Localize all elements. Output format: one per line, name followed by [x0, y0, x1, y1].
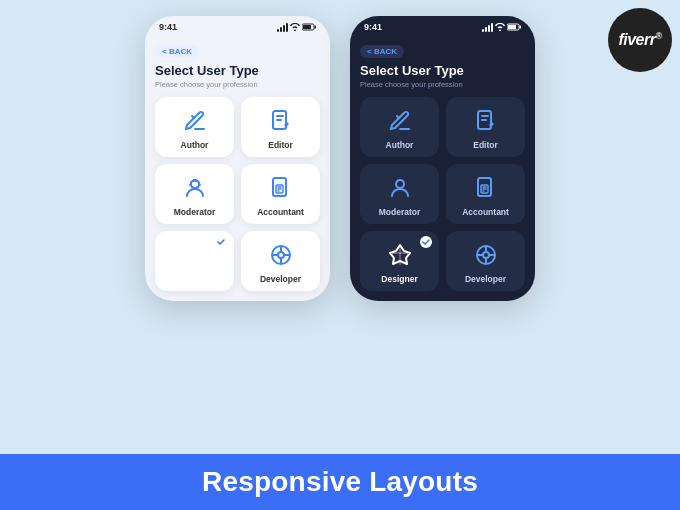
dark-battery-icon: [507, 23, 521, 31]
dark-designer-label: Designer: [381, 274, 417, 284]
svg-point-26: [483, 252, 489, 258]
dark-card-author[interactable]: Author: [360, 97, 439, 157]
light-back-button[interactable]: < BACK: [155, 45, 199, 58]
dark-screen-subtitle: Please choose your profession: [360, 80, 525, 89]
light-time: 9:41: [159, 22, 177, 32]
dark-phone-content: < BACK Select User Type Please choose yo…: [350, 34, 535, 301]
dark-wifi-icon: [495, 23, 505, 31]
fiverr-tm: ®: [655, 31, 661, 41]
dark-card-accountant[interactable]: Accountant: [446, 164, 525, 224]
dark-cards-grid: Author Editor: [360, 97, 525, 291]
dark-screen-title: Select User Type: [360, 63, 525, 79]
wifi-icon: [290, 23, 300, 31]
dark-card-designer[interactable]: Designer: [360, 231, 439, 291]
dark-author-icon: [386, 107, 414, 135]
dark-card-moderator[interactable]: Moderator: [360, 164, 439, 224]
svg-point-20: [396, 180, 404, 188]
dark-card-developer[interactable]: Developer: [446, 231, 525, 291]
dark-accountant-icon: [472, 174, 500, 202]
bottom-banner: Responsive Layouts: [0, 454, 680, 510]
signal-bars-icon: [277, 23, 288, 32]
dark-editor-icon: [472, 107, 500, 135]
phones-row: 9:41 < BACK: [121, 0, 559, 301]
light-phone-content: < BACK Select User Type Please choose yo…: [145, 34, 330, 301]
dark-status-bar: 9:41: [350, 16, 535, 34]
svg-rect-17: [508, 25, 516, 29]
light-screen-title: Select User Type: [155, 63, 320, 79]
light-card-author[interactable]: Author: [155, 97, 234, 157]
designer-icon: [181, 241, 209, 269]
light-card-developer[interactable]: Developer: [241, 231, 320, 291]
fiverr-badge: fiverr®: [608, 8, 672, 72]
light-screen-subtitle: Please choose your profession: [155, 80, 320, 89]
dark-phone: 9:41 < BACK: [350, 16, 535, 301]
dark-back-button[interactable]: < BACK: [360, 45, 404, 58]
light-developer-label: Developer: [260, 274, 301, 284]
light-status-bar: 9:41: [145, 16, 330, 34]
dark-signal-bars-icon: [482, 23, 493, 32]
light-moderator-label: Moderator: [174, 207, 216, 217]
dark-accountant-label: Accountant: [462, 207, 509, 217]
light-author-label: Author: [181, 140, 209, 150]
battery-icon: [302, 23, 316, 31]
light-editor-label: Editor: [268, 140, 293, 150]
dark-developer-label: Developer: [465, 274, 506, 284]
author-icon: [181, 107, 209, 135]
light-phone: 9:41 < BACK: [145, 16, 330, 301]
dark-card-editor[interactable]: Editor: [446, 97, 525, 157]
dark-status-icons: [482, 23, 521, 32]
light-card-moderator[interactable]: Moderator: [155, 164, 234, 224]
banner-text: Responsive Layouts: [202, 466, 478, 498]
light-card-accountant[interactable]: Accountant: [241, 164, 320, 224]
light-accountant-label: Accountant: [257, 207, 304, 217]
light-designer-check: [215, 236, 227, 248]
dark-developer-icon: [472, 241, 500, 269]
light-card-designer[interactable]: Designer: [155, 231, 234, 291]
dark-time: 9:41: [364, 22, 382, 32]
editor-icon: [267, 107, 295, 135]
light-card-editor[interactable]: Editor: [241, 97, 320, 157]
svg-rect-1: [303, 25, 311, 29]
dark-designer-icon: [386, 241, 414, 269]
svg-rect-18: [520, 26, 522, 29]
light-status-icons: [277, 23, 316, 32]
accountant-icon: [267, 174, 295, 202]
dark-moderator-icon: [386, 174, 414, 202]
fiverr-label: fiverr®: [618, 31, 661, 49]
svg-rect-2: [315, 26, 317, 29]
light-designer-label: Designer: [176, 274, 212, 284]
dark-editor-label: Editor: [473, 140, 498, 150]
dark-designer-check: [420, 236, 432, 248]
dark-author-label: Author: [386, 140, 414, 150]
developer-icon: [267, 241, 295, 269]
light-cards-grid: Author Editor: [155, 97, 320, 291]
dark-moderator-label: Moderator: [379, 207, 421, 217]
svg-point-11: [278, 252, 284, 258]
moderator-icon: [181, 174, 209, 202]
